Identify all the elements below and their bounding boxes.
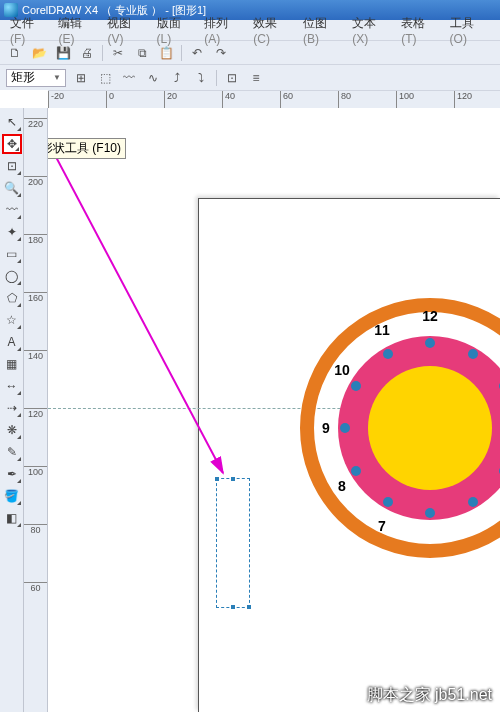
cut-icon[interactable]: ✂ <box>109 44 127 62</box>
freehand-tool[interactable]: 〰 <box>2 200 22 220</box>
ruler-tick: 80 <box>24 524 47 535</box>
workspace: ↖ ✥ ⊡ 🔍 〰 ✦ ▭ ◯ ⬠ ☆ A ▦ ↔ ⇢ ❋ ✎ ✒ 🪣 ◧ 22… <box>0 108 500 712</box>
prop-icon[interactable]: ⬚ <box>96 69 114 87</box>
separator <box>102 45 103 61</box>
clock-number: 7 <box>378 518 386 534</box>
ruler-tick: 160 <box>24 292 47 303</box>
clock-hour-dot <box>425 508 435 518</box>
copy-icon[interactable]: ⧉ <box>133 44 151 62</box>
ruler-tick: 40 <box>222 91 235 108</box>
shape-tool[interactable]: ✥ <box>2 134 22 154</box>
menu-(V)[interactable]: 视图(V) <box>103 13 150 48</box>
watermark: 脚本之家 jb51.net <box>367 685 492 706</box>
clock-number: 11 <box>374 322 390 338</box>
clock-hour-dot <box>468 349 478 359</box>
outline-tool[interactable]: ✒ <box>2 464 22 484</box>
fill-tool[interactable]: 🪣 <box>2 486 22 506</box>
ruler-tick: 60 <box>24 582 47 593</box>
ruler-tick: 220 <box>24 118 47 129</box>
smartfill-tool[interactable]: ✦ <box>2 222 22 242</box>
eyedropper-tool[interactable]: ✎ <box>2 442 22 462</box>
ruler-tick: 100 <box>396 91 414 108</box>
menu-(L)[interactable]: 版面(L) <box>153 13 199 48</box>
prop-icon[interactable]: 〰 <box>120 69 138 87</box>
tooltip-text: 形状工具 (F10) <box>48 141 121 155</box>
menu-(C)[interactable]: 效果(C) <box>249 13 297 48</box>
ellipse-tool[interactable]: ◯ <box>2 266 22 286</box>
ruler-tick: 20 <box>164 91 177 108</box>
selected-rectangle[interactable] <box>216 478 250 608</box>
paste-icon[interactable]: 📋 <box>157 44 175 62</box>
prop-icon[interactable]: ≡ <box>247 69 265 87</box>
crop-tool[interactable]: ⊡ <box>2 156 22 176</box>
menu-(F)[interactable]: 文件(F) <box>6 13 52 48</box>
interactive-fill-tool[interactable]: ◧ <box>2 508 22 528</box>
resize-handle[interactable] <box>214 476 220 482</box>
toolbox: ↖ ✥ ⊡ 🔍 〰 ✦ ▭ ◯ ⬠ ☆ A ▦ ↔ ⇢ ❋ ✎ ✒ 🪣 ◧ <box>0 108 24 712</box>
property-bar: 矩形 ▼ ⊞ ⬚ 〰 ∿ ⤴ ⤵ ⊡ ≡ <box>0 64 500 90</box>
canvas[interactable]: 121110987 形状工具 (F10) <box>48 108 500 712</box>
vertical-ruler: 2202001801601401201008060 <box>24 108 48 712</box>
pick-tool[interactable]: ↖ <box>2 112 22 132</box>
new-icon[interactable]: 🗋 <box>6 44 24 62</box>
menu-(X)[interactable]: 文本(X) <box>348 13 395 48</box>
prop-icon[interactable]: ⊞ <box>72 69 90 87</box>
ruler-tick: 0 <box>106 91 114 108</box>
menu-(E)[interactable]: 编辑(E) <box>54 13 101 48</box>
ruler-tick: -20 <box>48 91 64 108</box>
prop-icon[interactable]: ∿ <box>144 69 162 87</box>
prop-icon[interactable]: ⊡ <box>223 69 241 87</box>
menu-(B)[interactable]: 位图(B) <box>299 13 346 48</box>
clock-hour-dot <box>468 497 478 507</box>
ruler-tick: 60 <box>280 91 293 108</box>
rectangle-tool[interactable]: ▭ <box>2 244 22 264</box>
clock-number: 8 <box>338 478 346 494</box>
tool-tooltip: 形状工具 (F10) <box>48 138 126 159</box>
ruler-tick: 120 <box>454 91 472 108</box>
text-tool[interactable]: A <box>2 332 22 352</box>
clock-graphic[interactable]: 121110987 <box>300 298 500 558</box>
ruler-tick: 80 <box>338 91 351 108</box>
dimension-tool[interactable]: ↔ <box>2 376 22 396</box>
clock-number: 10 <box>334 362 350 378</box>
clock-hour-dot <box>383 349 393 359</box>
effects-tool[interactable]: ❋ <box>2 420 22 440</box>
separator <box>181 45 182 61</box>
resize-handle[interactable] <box>246 604 252 610</box>
clock-center <box>368 366 492 490</box>
ruler-tick: 120 <box>24 408 47 419</box>
separator <box>216 70 217 86</box>
menu-(A)[interactable]: 排列(A) <box>200 13 247 48</box>
prop-icon[interactable]: ⤴ <box>168 69 186 87</box>
prop-icon[interactable]: ⤵ <box>192 69 210 87</box>
redo-icon[interactable]: ↷ <box>212 44 230 62</box>
clock-hour-dot <box>383 497 393 507</box>
menu-(O)[interactable]: 工具(O) <box>446 13 494 48</box>
clock-number: 9 <box>322 420 330 436</box>
connector-tool[interactable]: ⇢ <box>2 398 22 418</box>
ruler-tick: 200 <box>24 176 47 187</box>
resize-handle[interactable] <box>230 476 236 482</box>
clock-hour-dot <box>351 466 361 476</box>
shape-combo[interactable]: 矩形 ▼ <box>6 69 66 87</box>
polygon-tool[interactable]: ⬠ <box>2 288 22 308</box>
basic-shapes-tool[interactable]: ☆ <box>2 310 22 330</box>
zoom-tool[interactable]: 🔍 <box>2 178 22 198</box>
menu-(T)[interactable]: 表格(T) <box>397 13 443 48</box>
undo-icon[interactable]: ↶ <box>188 44 206 62</box>
shape-combo-value: 矩形 <box>11 69 35 86</box>
save-icon[interactable]: 💾 <box>54 44 72 62</box>
ruler-tick: 100 <box>24 466 47 477</box>
print-icon[interactable]: 🖨 <box>78 44 96 62</box>
ruler-tick: 140 <box>24 350 47 361</box>
clock-hour-dot <box>425 338 435 348</box>
clock-number: 12 <box>422 308 438 324</box>
ruler-tick: 180 <box>24 234 47 245</box>
clock-hour-dot <box>351 381 361 391</box>
resize-handle[interactable] <box>230 604 236 610</box>
menu-bar: 文件(F)编辑(E)视图(V)版面(L)排列(A)效果(C)位图(B)文本(X)… <box>0 20 500 40</box>
table-tool[interactable]: ▦ <box>2 354 22 374</box>
open-icon[interactable]: 📂 <box>30 44 48 62</box>
svg-line-0 <box>48 123 223 473</box>
clock-hour-dot <box>340 423 350 433</box>
